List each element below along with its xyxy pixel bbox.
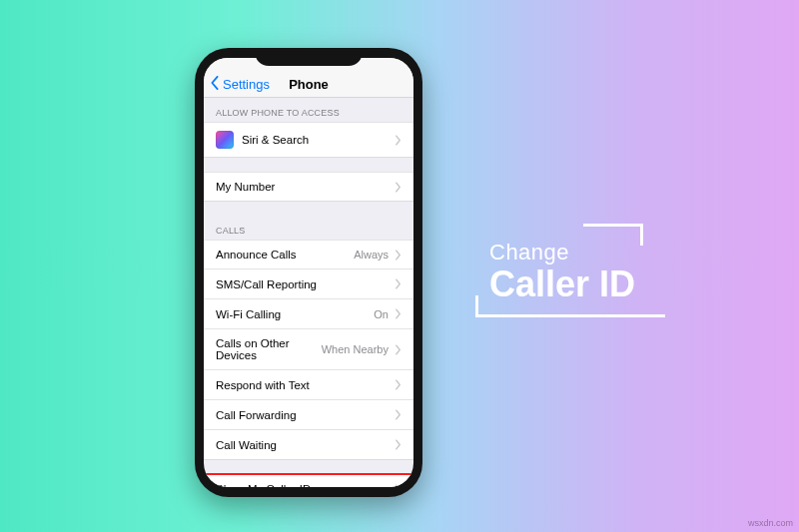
caption-frame-top	[583, 224, 643, 246]
row-label: Show My Caller ID	[216, 483, 395, 487]
chevron-left-icon	[210, 76, 220, 93]
chevron-right-icon	[395, 135, 401, 146]
row-my-number[interactable]: My Number	[204, 172, 413, 202]
chevron-right-icon	[395, 439, 401, 450]
row-label: Call Waiting	[216, 439, 395, 451]
chevron-right-icon	[395, 182, 401, 193]
row-sms-call-reporting[interactable]: SMS/Call Reporting	[204, 269, 413, 299]
chevron-right-icon	[395, 484, 401, 488]
phone-notch	[255, 48, 363, 66]
row-value: Always	[354, 249, 389, 261]
row-label: Announce Calls	[216, 249, 354, 261]
caption-frame-bottom	[475, 295, 665, 317]
row-calls-other-devices[interactable]: Calls on Other Devices When Nearby	[204, 329, 413, 370]
row-wifi-calling[interactable]: Wi-Fi Calling On	[204, 299, 413, 329]
chevron-right-icon	[395, 278, 401, 289]
chevron-right-icon	[395, 409, 401, 420]
row-label: Calls on Other Devices	[216, 337, 322, 361]
siri-icon	[216, 131, 234, 149]
section-header-access: ALLOW PHONE TO ACCESS	[204, 98, 413, 122]
row-label: Siri & Search	[242, 134, 395, 146]
back-label: Settings	[223, 77, 270, 92]
chevron-right-icon	[395, 344, 401, 355]
row-call-waiting[interactable]: Call Waiting	[204, 430, 413, 460]
row-label: Call Forwarding	[216, 409, 395, 421]
row-siri-search[interactable]: Siri & Search	[204, 122, 413, 158]
back-button[interactable]: Settings	[210, 76, 270, 93]
row-announce-calls[interactable]: Announce Calls Always	[204, 240, 413, 269]
row-show-my-caller-id[interactable]: Show My Caller ID	[204, 474, 413, 487]
chevron-right-icon	[395, 379, 401, 390]
phone-screen: Settings Phone ALLOW PHONE TO ACCESS Sir…	[204, 58, 413, 487]
caption: Change Caller ID	[489, 240, 635, 303]
chevron-right-icon	[395, 308, 401, 319]
row-label: Respond with Text	[216, 379, 395, 391]
page-title: Phone	[289, 77, 329, 92]
chevron-right-icon	[395, 250, 401, 261]
row-label: My Number	[216, 181, 395, 193]
phone-frame: Settings Phone ALLOW PHONE TO ACCESS Sir…	[195, 48, 422, 497]
row-respond-with-text[interactable]: Respond with Text	[204, 370, 413, 400]
row-value: When Nearby	[322, 343, 389, 355]
section-header-calls: CALLS	[204, 216, 413, 240]
row-value: On	[374, 308, 389, 320]
row-label: SMS/Call Reporting	[216, 278, 395, 290]
watermark: wsxdn.com	[748, 518, 793, 528]
row-call-forwarding[interactable]: Call Forwarding	[204, 400, 413, 430]
row-label: Wi-Fi Calling	[216, 308, 374, 320]
